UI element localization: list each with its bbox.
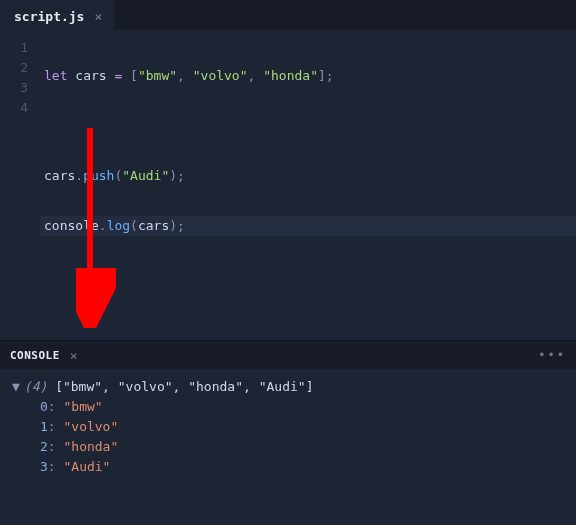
code-line[interactable]: console.log(cars);	[40, 216, 576, 236]
file-tab-title: script.js	[14, 9, 84, 24]
line-number: 1	[0, 36, 40, 56]
console-panel-header: CONSOLE × •••	[0, 341, 576, 369]
console-output[interactable]: ▼(4) ["bmw", "volvo", "honda", "Audi"] 0…	[0, 369, 576, 485]
code-area[interactable]: let cars = ["bmw", "volvo", "honda"]; ca…	[40, 30, 576, 340]
console-array-entry[interactable]: 1: "volvo"	[12, 417, 564, 437]
console-array-entry[interactable]: 0: "bmw"	[12, 397, 564, 417]
editor-tabbar: script.js ×	[0, 0, 576, 30]
code-editor[interactable]: 1 2 3 4 let cars = ["bmw", "volvo", "hon…	[0, 30, 576, 340]
line-number: 3	[0, 76, 40, 96]
close-icon[interactable]: ×	[70, 348, 78, 363]
file-tab-scriptjs[interactable]: script.js ×	[0, 0, 114, 30]
console-array-entry[interactable]: 2: "honda"	[12, 437, 564, 457]
code-line[interactable]	[40, 116, 576, 136]
more-icon[interactable]: •••	[538, 348, 566, 362]
console-array-entry[interactable]: 3: "Audi"	[12, 457, 564, 477]
array-length-label: (4)	[24, 379, 47, 394]
code-line[interactable]: let cars = ["bmw", "volvo", "honda"];	[40, 66, 576, 86]
code-line[interactable]: cars.push("Audi");	[40, 166, 576, 186]
close-icon[interactable]: ×	[92, 8, 104, 25]
line-number: 2	[0, 56, 40, 76]
line-number: 4	[0, 96, 40, 116]
console-panel-title[interactable]: CONSOLE	[10, 349, 60, 362]
console-array-summary[interactable]: ▼(4) ["bmw", "volvo", "honda", "Audi"]	[12, 377, 564, 397]
console-panel: CONSOLE × ••• ▼(4) ["bmw", "volvo", "hon…	[0, 340, 576, 485]
line-number-gutter: 1 2 3 4	[0, 30, 40, 340]
chevron-down-icon[interactable]: ▼	[12, 377, 20, 397]
